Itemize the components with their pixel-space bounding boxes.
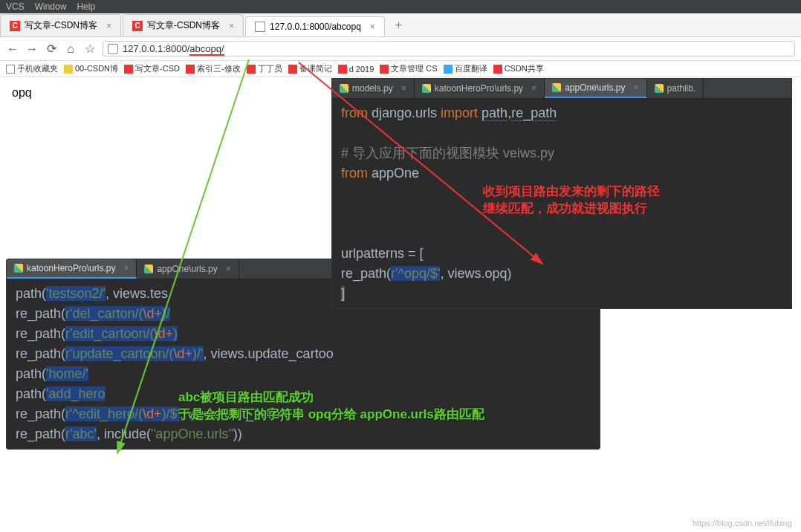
- bookmark-icon: [288, 65, 297, 74]
- python-icon: [14, 264, 23, 273]
- bookmark-item[interactable]: 索引三-修改: [186, 63, 241, 74]
- tab-title: 127.0.0.1:8000/abcopq: [270, 22, 361, 32]
- close-icon[interactable]: ×: [106, 21, 111, 31]
- annotation-red: 收到项目路由发来的剩下的路径 继续匹配，成功就进视图执行: [483, 183, 660, 217]
- editor-tab-active[interactable]: katoonHeroPro\urls.py×: [7, 259, 137, 279]
- reload-button[interactable]: ⟳: [45, 42, 58, 56]
- browser-tab-active[interactable]: 127.0.0.1:8000/abcopq ×: [245, 16, 385, 36]
- menu-window[interactable]: Window: [35, 1, 67, 12]
- bookmark-icon: [247, 65, 256, 74]
- menu-help[interactable]: Help: [77, 1, 95, 12]
- browser-tab[interactable]: C 写文章-CSDN博客 ×: [0, 14, 121, 36]
- tab-title: 写文章-CSDN博客: [25, 19, 97, 32]
- editor-tabs: models.py× katoonHeroPro\urls.py× appOne…: [332, 79, 791, 99]
- close-icon[interactable]: ×: [226, 264, 231, 274]
- bookmark-item[interactable]: 百度翻译: [444, 63, 487, 74]
- new-tab-button[interactable]: +: [386, 14, 411, 36]
- browser-tab[interactable]: C 写文章-CSDN博客 ×: [123, 14, 244, 36]
- editor-tab[interactable]: appOne\urls.py×: [137, 259, 239, 279]
- url-path-highlight: abcopq/: [189, 43, 224, 56]
- bookmarks-bar: 手机收藏夹 00-CSDN博 写文章-CSD 索引三-修改 丁丁员 备课简记 d…: [0, 61, 801, 77]
- watermark: https://blog.csdn.net/ifubing: [693, 519, 792, 528]
- bookmark-item[interactable]: 00-CSDN博: [64, 63, 118, 74]
- close-icon[interactable]: ×: [401, 83, 406, 94]
- csdn-icon: C: [10, 21, 20, 31]
- menu-vcs[interactable]: VCS: [6, 1, 25, 12]
- bookmark-item[interactable]: CSDN共享: [493, 63, 544, 74]
- browser-tab-strip: C 写文章-CSDN博客 × C 写文章-CSDN博客 × 127.0.0.1:…: [0, 13, 801, 37]
- python-icon: [340, 84, 348, 93]
- back-button[interactable]: ←: [6, 42, 19, 56]
- python-icon: [422, 84, 431, 93]
- close-icon[interactable]: ×: [229, 21, 234, 31]
- bookmark-item[interactable]: 丁丁员: [247, 63, 282, 74]
- bookmark-item[interactable]: 备课简记: [288, 63, 332, 74]
- bookmark-icon: [380, 65, 389, 74]
- bookmark-icon: [186, 65, 195, 74]
- bookmark-icon: [338, 65, 347, 74]
- csdn-icon: C: [132, 21, 143, 31]
- ide-menubar: VCS Window Help: [0, 0, 801, 13]
- page-text: opq: [12, 86, 32, 99]
- editor-tab[interactable]: katoonHeroPro\urls.py×: [415, 79, 545, 98]
- address-bar: ← → ⟳ ⌂ ☆ 127.0.0.1:8000/abcopq/: [0, 37, 801, 61]
- editor-tab[interactable]: models.py×: [332, 79, 415, 98]
- home-button[interactable]: ⌂: [64, 42, 77, 56]
- shield-icon: [108, 44, 118, 54]
- bookmark-item[interactable]: 写文章-CSD: [124, 63, 180, 74]
- doc-icon: [255, 22, 265, 32]
- annotation-green: abc被项目路由匹配成功 于是会把剩下的字符串 opq分给 appOne.url…: [178, 389, 484, 423]
- close-icon[interactable]: ×: [531, 83, 536, 94]
- bookmark-item[interactable]: d 2019: [338, 65, 374, 74]
- url-input[interactable]: 127.0.0.1:8000/abcopq/: [103, 41, 795, 56]
- forward-button[interactable]: →: [25, 42, 39, 56]
- bookmark-item[interactable]: 手机收藏夹: [6, 63, 58, 74]
- python-icon: [655, 84, 664, 93]
- python-icon: [144, 265, 153, 273]
- star-button[interactable]: ☆: [83, 42, 97, 56]
- bookmark-icon: [444, 65, 453, 74]
- python-icon: [552, 83, 561, 92]
- bookmark-icon: [124, 65, 133, 74]
- close-icon[interactable]: ×: [634, 82, 639, 93]
- bookmark-icon: [64, 65, 73, 74]
- tab-title: 写文章-CSDN博客: [147, 19, 220, 32]
- url-text: 127.0.0.1:8000/: [123, 43, 189, 54]
- bookmark-item[interactable]: 文章管理 CS: [380, 63, 437, 74]
- bookmark-icon: [6, 65, 15, 74]
- editor-tab[interactable]: pathlib.: [647, 79, 704, 98]
- editor-tab-active[interactable]: appOne\urls.py×: [545, 79, 646, 98]
- bookmark-icon: [493, 65, 502, 74]
- close-icon[interactable]: ×: [370, 22, 375, 32]
- close-icon[interactable]: ×: [123, 263, 129, 273]
